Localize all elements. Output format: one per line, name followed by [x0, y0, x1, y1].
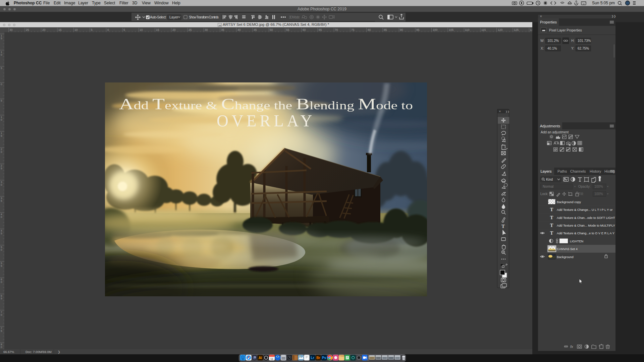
- svg-text:Add Texture & Chan... Mode to: Add Texture & Chan... Mode to MULTIPLY: [557, 224, 615, 227]
- svg-text:10: 10: [74, 28, 78, 32]
- svg-text:120: 120: [498, 28, 502, 32]
- svg-text:100: 100: [433, 28, 437, 32]
- svg-text:25: 25: [26, 28, 29, 32]
- svg-text:55: 55: [286, 28, 289, 32]
- svg-text:Sun 5:05 pm: Sun 5:05 pm: [592, 1, 615, 5]
- svg-text:5: 5: [1, 37, 2, 40]
- svg-text:50: 50: [270, 28, 273, 32]
- svg-text:0: 0: [1, 313, 2, 316]
- svg-text:0: 0: [107, 28, 109, 32]
- svg-text:T: T: [550, 231, 553, 236]
- svg-text:Layer: Layer: [169, 15, 178, 19]
- svg-text:0: 0: [1, 248, 2, 251]
- svg-text:15: 15: [156, 28, 159, 32]
- svg-text:70: 70: [335, 28, 338, 32]
- svg-text:Kind: Kind: [546, 178, 553, 181]
- svg-text:✕: ✕: [499, 110, 501, 113]
- svg-text:80: 80: [368, 28, 371, 32]
- svg-text:0: 0: [1, 118, 2, 121]
- svg-text:Background: Background: [557, 255, 574, 259]
- svg-text:OVERLAY: OVERLAY: [217, 111, 315, 130]
- svg-text:75: 75: [351, 28, 355, 32]
- svg-text:T: T: [550, 215, 553, 220]
- svg-text:25: 25: [189, 28, 192, 32]
- svg-text:5: 5: [1, 167, 2, 170]
- svg-text:5: 5: [1, 134, 2, 137]
- svg-text:95: 95: [416, 28, 420, 32]
- svg-text:0: 0: [1, 346, 2, 349]
- svg-text:Auto-Select:: Auto-Select:: [150, 15, 166, 19]
- svg-text:5: 5: [91, 28, 93, 32]
- svg-text:T: T: [550, 207, 553, 212]
- svg-text:0: 0: [1, 281, 2, 284]
- svg-text:30: 30: [9, 28, 13, 32]
- svg-text:LIGHTEN: LIGHTEN: [570, 240, 583, 243]
- svg-text:0: 0: [1, 150, 2, 154]
- svg-text:30: 30: [205, 28, 208, 32]
- svg-text:CANVAS Set 4: CANVAS Set 4: [557, 247, 578, 251]
- svg-text:Background copy: Background copy: [557, 200, 581, 204]
- svg-text:11: 11: [270, 357, 273, 361]
- svg-text:0: 0: [1, 53, 2, 56]
- svg-text:0: 0: [1, 183, 2, 186]
- svg-text:Lr: Lr: [311, 356, 314, 360]
- svg-text:0: 0: [1, 83, 2, 86]
- svg-text:Br: Br: [316, 356, 320, 360]
- svg-text:65: 65: [319, 28, 322, 32]
- svg-text:85: 85: [384, 28, 387, 32]
- svg-text:Add Texture & Chang...e to O V: Add Texture & Chang...e to O V E R L A Y: [557, 232, 614, 235]
- svg-text:90: 90: [400, 28, 403, 32]
- svg-text:3D Mode:: 3D Mode:: [289, 15, 300, 19]
- svg-text:5: 5: [123, 28, 125, 32]
- svg-text:Ai: Ai: [259, 356, 262, 360]
- svg-text:35: 35: [221, 28, 224, 32]
- svg-text:Add Texture & Chan...ode to SO: Add Texture & Chan...ode to SOFT LIGHT: [557, 216, 615, 220]
- svg-text:Ps: Ps: [322, 356, 326, 360]
- svg-text:20: 20: [42, 28, 46, 32]
- svg-text:Add Texture & Change... U L T: Add Texture & Change... U L T I P L Y or: [557, 208, 612, 212]
- svg-text:5: 5: [1, 67, 2, 70]
- svg-text:105: 105: [449, 28, 453, 32]
- svg-text:45: 45: [254, 28, 257, 32]
- svg-text:5: 5: [1, 99, 2, 102]
- svg-text:fx: fx: [570, 345, 573, 349]
- svg-text:5: 5: [1, 232, 2, 235]
- svg-text:130: 130: [530, 28, 532, 32]
- svg-text:10: 10: [140, 28, 143, 32]
- svg-text:T: T: [550, 223, 553, 228]
- svg-text:125: 125: [514, 28, 519, 32]
- svg-text:40: 40: [237, 28, 241, 32]
- svg-text:110: 110: [465, 28, 470, 32]
- svg-text:5: 5: [1, 297, 2, 300]
- svg-text:115: 115: [481, 28, 486, 32]
- svg-text:5: 5: [1, 199, 2, 202]
- svg-text:0: 0: [1, 216, 2, 219]
- svg-text:T: T: [501, 224, 505, 229]
- svg-text:Show Transform Controls: Show Transform Controls: [189, 15, 219, 19]
- svg-text:60: 60: [303, 28, 306, 32]
- svg-text:❯❯: ❯❯: [505, 110, 509, 113]
- svg-text:5: 5: [1, 264, 2, 267]
- svg-text:20: 20: [172, 28, 176, 32]
- svg-text:5: 5: [1, 329, 2, 333]
- svg-text:15: 15: [58, 28, 62, 32]
